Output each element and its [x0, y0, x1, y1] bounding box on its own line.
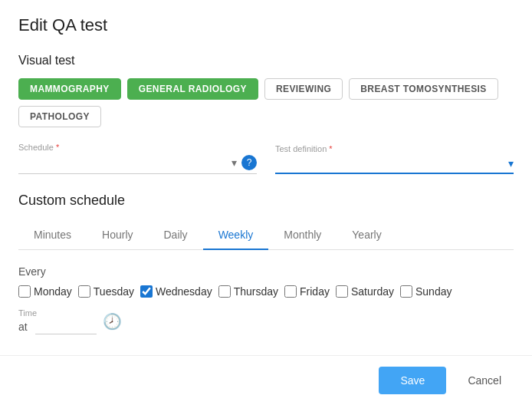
time-label: Time — [18, 308, 97, 318]
day-checkbox-friday[interactable] — [284, 285, 297, 298]
day-item-sunday: Sunday — [400, 285, 452, 298]
day-label-monday: Monday — [34, 285, 72, 298]
cancel-button[interactable]: Cancel — [455, 367, 514, 394]
day-item-wednesday: Wednesday — [140, 285, 212, 298]
save-button[interactable]: Save — [379, 367, 446, 394]
test-definition-dropdown-arrow[interactable]: ▾ — [508, 157, 514, 170]
tag-breast-tomosynthesis[interactable]: BREAST TOMOSYNTHESIS — [349, 78, 498, 100]
tag-row: MAMMOGRAPHYGENERAL RADIOLOGYREVIEWINGBRE… — [18, 78, 514, 127]
schedule-field: Schedule * Custom ▾ ? — [18, 143, 257, 174]
day-item-thursday: Thursday — [218, 285, 278, 298]
test-definition-field: Test definition * Barco default ▾ — [275, 144, 514, 174]
day-item-monday: Monday — [18, 285, 72, 298]
clock-icon[interactable]: 🕗 — [103, 312, 122, 331]
schedule-help-icon[interactable]: ? — [241, 155, 257, 170]
tag-pathology[interactable]: PATHOLOGY — [18, 106, 101, 127]
schedule-input-row[interactable]: Custom ▾ ? — [18, 155, 257, 174]
day-label-saturday: Saturday — [351, 285, 394, 298]
schedule-label: Schedule * — [18, 143, 257, 152]
day-label-tuesday: Tuesday — [94, 285, 134, 298]
day-checkbox-tuesday[interactable] — [78, 285, 90, 298]
tab-monthly[interactable]: Monthly — [268, 221, 337, 250]
visual-test-section-title: Visual test — [18, 54, 514, 68]
schedule-dropdown-arrow[interactable]: ▾ — [232, 156, 237, 169]
tag-mammography[interactable]: MAMMOGRAPHY — [18, 78, 121, 100]
day-label-sunday: Sunday — [415, 285, 452, 298]
day-item-tuesday: Tuesday — [78, 285, 134, 298]
tabs: MinutesHourlyDailyWeeklyMonthlyYearly — [18, 221, 514, 250]
tab-daily[interactable]: Daily — [149, 221, 203, 250]
day-label-wednesday: Wednesday — [156, 285, 212, 298]
day-label-friday: Friday — [300, 285, 330, 298]
tab-hourly[interactable]: Hourly — [87, 221, 148, 250]
page-title: Edit QA test — [18, 15, 514, 35]
day-checkbox-sunday[interactable] — [400, 285, 412, 298]
form-row: Schedule * Custom ▾ ? Test definition * … — [18, 143, 514, 174]
day-checkbox-monday[interactable] — [18, 285, 31, 298]
test-definition-label: Test definition * — [275, 144, 514, 153]
day-checkbox-saturday[interactable] — [336, 285, 348, 298]
tab-yearly[interactable]: Yearly — [337, 221, 396, 250]
day-label-thursday: Thursday — [234, 285, 278, 298]
test-definition-input-row[interactable]: Barco default ▾ — [275, 156, 514, 174]
tab-minutes[interactable]: Minutes — [18, 221, 87, 250]
every-label: Every — [18, 265, 514, 278]
tag-general-radiology[interactable]: GENERAL RADIOLOGY — [127, 78, 258, 100]
day-row: MondayTuesdayWednesdayThursdayFridaySatu… — [18, 285, 514, 298]
time-input[interactable]: 08:00 — [35, 319, 97, 334]
bottom-bar: Save Cancel — [0, 355, 532, 405]
time-row: Time at 08:00 🕗 — [18, 308, 514, 334]
test-definition-input[interactable]: Barco default — [275, 156, 508, 170]
day-item-friday: Friday — [284, 285, 330, 298]
time-input-wrap: Time at 08:00 — [18, 308, 97, 334]
day-item-saturday: Saturday — [336, 285, 394, 298]
custom-schedule-title: Custom schedule — [18, 193, 514, 209]
tag-reviewing[interactable]: REVIEWING — [264, 78, 343, 100]
day-checkbox-wednesday[interactable] — [140, 285, 153, 298]
tab-weekly[interactable]: Weekly — [203, 221, 269, 250]
day-checkbox-thursday[interactable] — [218, 285, 231, 298]
time-at-prefix: at — [18, 321, 28, 333]
schedule-input[interactable]: Custom — [18, 156, 232, 170]
